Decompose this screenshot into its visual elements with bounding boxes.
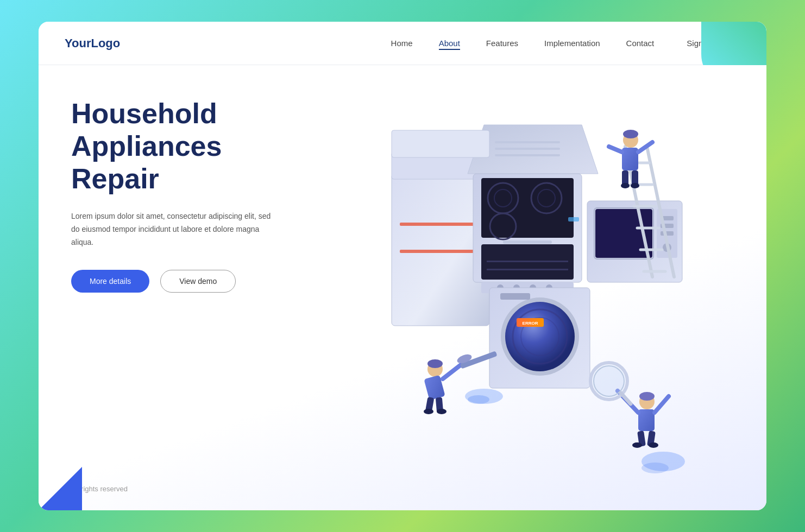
hero-title: Household Appliances Repair [71,98,310,195]
svg-rect-42 [500,293,530,300]
svg-rect-7 [400,250,481,253]
hero-description: Lorem ipsum dolor sit amet, consectetur … [71,210,278,249]
svg-rect-28 [568,217,579,221]
more-details-button[interactable]: More details [71,270,149,293]
svg-rect-35 [661,231,674,236]
svg-point-61 [631,183,639,188]
hero-illustration: ERROR [359,81,718,494]
svg-point-54 [623,130,638,138]
svg-point-73 [468,395,489,404]
error-badge-text: ERROR [523,321,538,326]
svg-point-75 [639,392,655,401]
svg-rect-21 [487,269,568,270]
svg-point-71 [437,409,446,414]
nav-links: Home About Features Implementation Conta… [391,39,655,48]
hero-title-line1: Household [71,98,217,129]
svg-rect-20 [487,261,568,262]
svg-rect-76 [638,409,655,431]
svg-point-84 [632,442,642,448]
svg-rect-44 [392,130,489,157]
svg-point-39 [505,302,575,371]
svg-point-85 [649,442,658,448]
btn-row: More details View demo [71,270,310,293]
navbar: YourLogo Home About Features Implementat… [39,22,766,65]
svg-rect-10 [495,148,560,150]
svg-point-60 [621,183,630,188]
illustration-area: ERROR [310,65,766,510]
svg-line-65 [443,364,462,379]
svg-rect-11 [495,154,560,156]
nav-link-implementation[interactable]: Implementation [544,39,600,48]
svg-point-63 [427,359,443,368]
nav-item-implementation[interactable]: Implementation [544,39,600,48]
nav-item-features[interactable]: Features [486,39,518,48]
svg-rect-13 [481,178,574,238]
svg-rect-27 [503,240,552,244]
nav-item-about[interactable]: About [439,39,460,48]
svg-point-87 [642,463,669,473]
svg-point-70 [424,409,433,414]
nav-item-contact[interactable]: Contact [626,39,655,48]
view-demo-button[interactable]: View demo [160,270,236,293]
nav-link-home[interactable]: Home [391,39,413,48]
left-content: Household Appliances Repair Lorem ipsum … [39,65,310,510]
main-card: YourLogo Home About Features Implementat… [39,22,766,510]
logo: YourLogo [65,36,120,50]
svg-line-56 [609,147,622,152]
svg-line-78 [655,396,669,413]
nav-link-contact[interactable]: Contact [626,39,655,48]
nav-link-about[interactable]: About [439,39,460,50]
nav-item-home[interactable]: Home [391,39,413,48]
svg-rect-9 [495,141,560,143]
svg-rect-6 [400,223,481,226]
hero-title-line2: Appliances Repair [71,130,222,194]
svg-line-57 [638,142,652,152]
nav-link-features[interactable]: Features [486,39,518,48]
main-content: Household Appliances Repair Lorem ipsum … [39,65,766,510]
svg-rect-55 [622,148,638,170]
